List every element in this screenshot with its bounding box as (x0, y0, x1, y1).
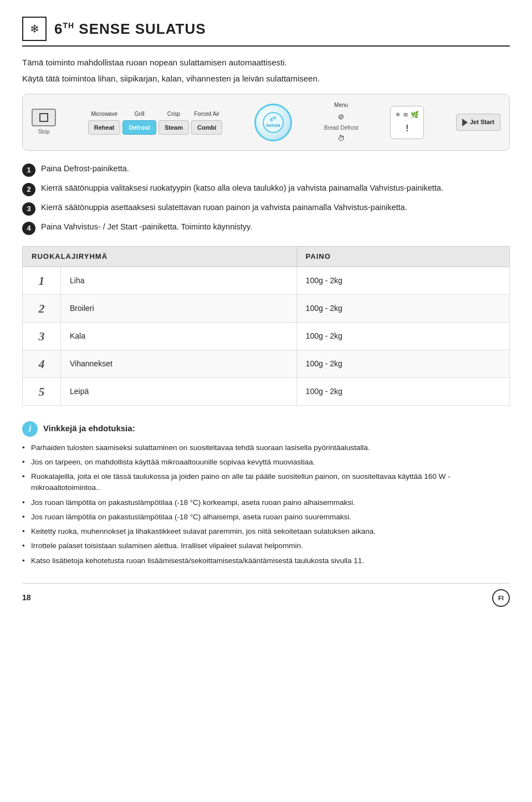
row-weight-3: 100g - 2kg (296, 322, 509, 350)
table-row: 5 Leipä 100g - 2kg (23, 377, 510, 405)
step-3: 3 Kierrä säätönuppia asettaaksesi sulate… (22, 202, 510, 216)
combi-button[interactable]: Combi (191, 120, 222, 135)
forced-air-top-label: Forced Air (194, 110, 219, 118)
stop-square-icon (39, 113, 48, 122)
crisp-group: Crisp Steam (158, 110, 189, 135)
page-header: ❄ 6TH SENSE SULATUS (22, 17, 510, 47)
tips-section: i Vinkkejä ja ehdotuksia: Parhaiden tulo… (22, 421, 510, 566)
top-mode-row: Microwave Reheat Grill Defrost Crisp Ste… (88, 110, 222, 135)
clock-icon: ⏱ (337, 133, 345, 144)
step-num-3: 3 (22, 202, 35, 216)
col2-header: PAINO (296, 247, 509, 267)
defrost-button[interactable]: Defrost (122, 120, 156, 135)
step-text-2: Kierrä säätönuppia valitaksesi ruokatyyp… (41, 182, 443, 195)
row-num-1: 1 (23, 267, 61, 294)
list-item: Jos on tarpeen, on mahdollista käyttää m… (22, 457, 510, 468)
grill-group: Grill Defrost (122, 110, 156, 135)
page-number: 18 (22, 592, 31, 604)
control-panel-illustration: Stop Microwave Reheat Grill Defrost Cris… (22, 94, 510, 151)
page-title: 6TH SENSE SULATUS (54, 18, 206, 40)
forced-air-group: Forced Air Combi (191, 110, 222, 135)
row-num-3: 3 (23, 322, 61, 350)
row-name-2: Broileri (61, 294, 297, 322)
row-weight-4: 100g - 2kg (296, 350, 509, 377)
jet-start-button[interactable]: Jet Start (456, 114, 500, 131)
list-item: Keitetty ruoka, muhennokset ja lihakasti… (22, 526, 510, 537)
menu-bread-group: Menu ⊘ Bread Defrost ⏱ (324, 101, 359, 144)
language-badge: FI (492, 589, 510, 607)
step-1: 1 Paina Defrost-painiketta. (22, 163, 510, 177)
list-item: Jos ruoan lämpötila on pakastuslämpötila… (22, 497, 510, 508)
bread-defrost-label: Bread Defrost (324, 124, 359, 132)
tips-header: i Vinkkejä ja ehdotuksia: (22, 421, 510, 437)
row-name-4: Vihannekset (61, 350, 297, 377)
play-icon (462, 119, 468, 126)
tips-list: Parhaiden tulosten saamiseksi sulattamin… (22, 442, 510, 566)
snowflake-icon: ❄ (22, 17, 47, 41)
stop-label: Stop (38, 127, 50, 136)
row-name-3: Kala (61, 322, 297, 350)
table-row: 1 Liha 100g - 2kg (23, 267, 510, 294)
icons-panel: ✳ ≋ 🌿 ! (390, 106, 424, 139)
intro-line2: Käytä tätä toimintoa lihan, siipikarjan,… (22, 73, 510, 85)
table-row: 2 Broileri 100g - 2kg (23, 294, 510, 322)
row-name-5: Leipä (61, 377, 297, 405)
knob-container: 6th sense (254, 104, 292, 141)
sense-label: sense (266, 123, 280, 129)
list-item: Ruokalajeilla, joita ei ole tässä tauluk… (22, 471, 510, 494)
table-row: 4 Vihannekset 100g - 2kg (23, 350, 510, 377)
step-2: 2 Kierrä säätönuppia valitaksesi ruokaty… (22, 182, 510, 196)
microwave-top-label: Microwave (91, 110, 117, 118)
tips-title: Vinkkejä ja ehdotuksia: (43, 422, 135, 435)
stop-group: Stop (32, 109, 56, 136)
icons-top-row: ✳ ≋ 🌿 (395, 110, 419, 120)
row-weight-1: 100g - 2kg (296, 267, 509, 294)
icons-bottom-row: ! (406, 122, 408, 135)
stop-button-icon (32, 109, 56, 126)
step-text-4: Paina Vahvistus- / Jet Start -painiketta… (41, 221, 252, 233)
sense-knob[interactable]: 6th sense (254, 104, 292, 141)
row-weight-5: 100g - 2kg (296, 377, 509, 405)
step-num-1: 1 (22, 164, 35, 177)
menu-top-label: Menu (334, 101, 348, 109)
reheat-button[interactable]: Reheat (88, 120, 121, 135)
list-item: Parhaiden tulosten saamiseksi sulattamin… (22, 442, 510, 453)
menu-icon: ⊘ (338, 111, 344, 122)
grill-top-label: Grill (135, 110, 145, 118)
table-row: 3 Kala 100g - 2kg (23, 322, 510, 350)
step-text-3: Kierrä säätönuppia asettaaksesi sulatett… (41, 202, 407, 214)
row-num-2: 2 (23, 294, 61, 322)
info-icon: i (22, 421, 38, 437)
microwave-group: Microwave Reheat (88, 110, 121, 135)
row-num-4: 4 (23, 350, 61, 377)
jet-start-label: Jet Start (470, 118, 494, 127)
intro-line1: Tämä toiminto mahdollistaa ruoan nopean … (22, 57, 510, 69)
steps-section: 1 Paina Defrost-painiketta. 2 Kierrä sää… (22, 163, 510, 235)
row-weight-2: 100g - 2kg (296, 294, 509, 322)
steam-button[interactable]: Steam (158, 120, 189, 135)
mode-buttons-group: Microwave Reheat Grill Defrost Crisp Ste… (88, 110, 222, 135)
step-text-1: Paina Defrost-painiketta. (41, 163, 129, 175)
row-name-1: Liha (61, 267, 297, 294)
leaf-icon: 🌿 (411, 110, 419, 120)
list-item: Katso lisätietoja kehotetusta ruoan lisä… (22, 555, 510, 566)
row-num-5: 5 (23, 377, 61, 405)
step-num-4: 4 (22, 222, 35, 235)
food-table: RUOKALAJIRYHMÄ PAINO 1 Liha 100g - 2kg 2… (22, 246, 510, 406)
wave-icon: ≋ (403, 110, 408, 120)
step-num-2: 2 (22, 183, 35, 196)
step-4: 4 Paina Vahvistus- / Jet Start -painiket… (22, 221, 510, 235)
list-item: Jos ruoan lämpötila on pakastuslämpötila… (22, 512, 510, 523)
asterisk-icon: ✳ (395, 110, 401, 120)
crisp-top-label: Crisp (167, 110, 180, 118)
exclaim-icon: ! (406, 122, 408, 135)
page-footer: 18 FI (22, 583, 510, 607)
knob-inner: 6th sense (263, 112, 284, 133)
list-item: Irrottele palaset toisistaan sulamisen a… (22, 540, 510, 551)
col1-header: RUOKALAJIRYHMÄ (23, 247, 297, 267)
